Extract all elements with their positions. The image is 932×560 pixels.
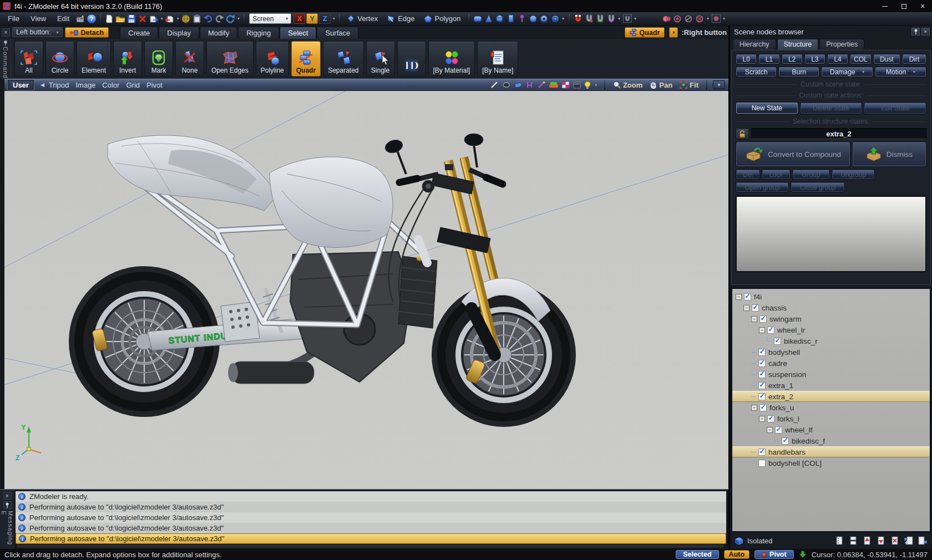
edit-state-button[interactable]: Edit State xyxy=(864,102,926,114)
tree-node-cadre[interactable]: ✓cadre xyxy=(732,358,930,369)
expand-list-icon[interactable] xyxy=(834,536,844,545)
lightbulb-icon[interactable] xyxy=(584,81,591,89)
del-button[interactable]: Del xyxy=(736,169,760,180)
tab-properties[interactable]: Properties xyxy=(819,39,864,50)
tab-display[interactable]: Display xyxy=(159,27,199,39)
ribbon-item-mark[interactable]: Mark xyxy=(144,41,173,77)
auto-toggle[interactable]: Auto xyxy=(724,550,749,559)
hotkeys-icon[interactable] xyxy=(75,13,86,24)
tree-node-wheel-lf[interactable]: −✓wheel_lf xyxy=(732,424,930,435)
screen-mode-select[interactable]: Screen▾ xyxy=(249,13,291,24)
close-button[interactable]: × xyxy=(913,0,932,12)
marker-icon[interactable] xyxy=(537,81,546,89)
node-checkbox[interactable]: ✓ xyxy=(782,437,789,445)
collapse-icon[interactable]: − xyxy=(767,427,773,433)
collapse-icon[interactable]: − xyxy=(759,327,765,333)
viewport-tools-caret[interactable]: ▾ xyxy=(594,83,599,88)
lasso-icon[interactable] xyxy=(502,81,511,89)
right-mode-button[interactable]: Quadr xyxy=(625,27,665,38)
node-checkbox[interactable]: ✓ xyxy=(758,449,766,456)
sphere-icon[interactable] xyxy=(528,13,539,24)
menu-file[interactable]: File xyxy=(2,14,25,23)
view-back-icon[interactable]: ◀ xyxy=(40,82,44,88)
log-row[interactable]: iPerforming autosave to "d:\logiciel\zmo… xyxy=(16,523,726,533)
new-state-button[interactable]: New State xyxy=(736,102,798,114)
refresh-icon[interactable] xyxy=(225,13,236,24)
layer-dust-button[interactable]: Dust xyxy=(873,54,901,64)
ribbon-item-circle[interactable]: Circle xyxy=(45,41,74,77)
viewport-menu-pivot[interactable]: Pivot xyxy=(146,81,163,89)
layer-l3-button[interactable]: L3 xyxy=(804,54,825,64)
morph-icon[interactable] xyxy=(661,13,672,24)
edge-mode-button[interactable]: Edge xyxy=(382,14,419,23)
tab-rigging[interactable]: Rigging xyxy=(238,27,279,39)
web-icon[interactable] xyxy=(180,13,191,24)
zoom-button[interactable]: Zoom xyxy=(611,81,645,89)
convert-to-compound-button[interactable]: Convert to Compound xyxy=(736,141,850,167)
view-mode-button[interactable]: User xyxy=(8,80,34,90)
ribbon-item-polyline[interactable]: Polyline xyxy=(256,41,289,77)
pillar-icon[interactable] xyxy=(505,13,516,24)
ribbon-item-quadr[interactable]: Quadr xyxy=(291,41,321,77)
node-checkbox[interactable]: ✓ xyxy=(744,293,751,301)
insert-before-icon[interactable] xyxy=(904,536,914,545)
tree-node-forks-u[interactable]: −✓forks_u xyxy=(732,402,930,413)
morph-box-caret-icon[interactable]: ▾ xyxy=(722,16,727,21)
collapse-icon[interactable]: − xyxy=(751,316,757,322)
pin-icon[interactable] xyxy=(516,13,528,24)
layer-l1-button[interactable]: L1 xyxy=(758,54,779,64)
fit-button[interactable]: Fit xyxy=(677,81,701,89)
node-checkbox[interactable]: ✓ xyxy=(767,327,774,334)
draw-icon[interactable] xyxy=(490,81,499,89)
dismiss-button[interactable]: Dismiss xyxy=(852,141,926,167)
wire-sphere-icon[interactable] xyxy=(550,13,561,24)
clapper-icon[interactable] xyxy=(573,81,581,89)
maximize-button[interactable] xyxy=(894,0,913,12)
clipboard-icon[interactable] xyxy=(191,13,202,24)
tree-node-bikedisc-r[interactable]: ✓bikedisc_r xyxy=(732,335,930,347)
tab-select[interactable]: Select xyxy=(280,27,316,39)
delete-state-button[interactable]: Delete State xyxy=(800,102,863,114)
import-icon[interactable] xyxy=(164,13,175,24)
node-checkbox[interactable]: ✓ xyxy=(767,415,774,422)
save-icon[interactable] xyxy=(126,13,137,24)
magnet-rotate-icon[interactable] xyxy=(595,13,606,24)
node-checkbox[interactable]: ✓ xyxy=(758,382,766,389)
layer-l4-button[interactable]: L4 xyxy=(827,54,848,64)
magnet-icon[interactable] xyxy=(573,13,584,24)
ribbon-item-by-material[interactable]: [By Material] xyxy=(428,41,475,77)
morph-add-icon[interactable] xyxy=(672,13,683,24)
cone-icon[interactable] xyxy=(483,13,494,24)
axis-x-button[interactable]: X xyxy=(293,13,305,24)
open-file-icon[interactable] xyxy=(115,13,126,24)
pin-icon[interactable] xyxy=(3,40,8,45)
tree-node-bikedisc-f[interactable]: ✓bikedisc_f xyxy=(732,435,930,446)
undo-icon[interactable] xyxy=(202,13,214,24)
ribbon-item-separated[interactable]: Separated xyxy=(323,41,363,77)
move-down-icon[interactable] xyxy=(876,536,886,545)
rounded-cube-icon[interactable] xyxy=(472,13,483,24)
export-caret-icon[interactable]: ▾ xyxy=(159,16,164,21)
remove-node-icon[interactable] xyxy=(890,536,900,545)
node-checkbox[interactable]: ✓ xyxy=(752,304,759,312)
node-checkbox[interactable]: ✓ xyxy=(758,360,766,367)
tree-node-chassis[interactable]: −✓chassis xyxy=(732,302,930,313)
log-row[interactable]: iPerforming autosave to "d:\logiciel\zmo… xyxy=(16,502,726,512)
motion-caret-icon[interactable]: ▾ xyxy=(910,70,915,74)
ungroup-button[interactable]: Ungroup xyxy=(832,169,875,180)
open-group-button[interactable]: Open group xyxy=(736,182,789,192)
vertex-mode-button[interactable]: Vertex xyxy=(343,14,382,23)
collapse-icon[interactable]: − xyxy=(751,405,757,411)
ribbon-item-id[interactable]: ID xyxy=(397,41,426,77)
sofa-icon[interactable] xyxy=(549,81,559,89)
tab-modify[interactable]: Modify xyxy=(200,27,237,39)
help-icon[interactable]: ? xyxy=(86,13,97,24)
node-checkbox[interactable]: ✓ xyxy=(774,338,781,345)
log-scrollbar[interactable] xyxy=(17,544,724,548)
current-state-field[interactable]: extra_2 xyxy=(751,128,926,139)
axis-y-button[interactable]: Y xyxy=(306,13,318,24)
scratch-button[interactable]: Scratch xyxy=(736,67,777,77)
ribbon-item-none[interactable]: None xyxy=(175,41,204,77)
selected-toggle[interactable]: Selected xyxy=(676,550,718,559)
node-checkbox[interactable] xyxy=(758,460,766,467)
